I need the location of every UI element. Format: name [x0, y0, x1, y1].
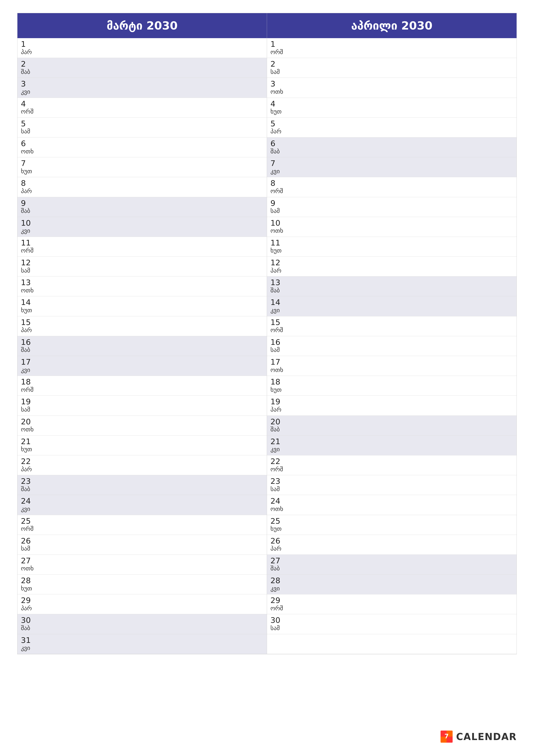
day-number: 30 — [21, 616, 263, 625]
day-number: 13 — [21, 278, 263, 287]
day-name: ოთხ — [21, 426, 263, 433]
day-name: შაბ — [21, 346, 263, 354]
day-name: შაბ — [270, 426, 513, 433]
day-name: სამ — [21, 128, 263, 135]
day-name: კვი — [270, 446, 513, 453]
day-cell-m0-d27: 28ხუთ — [17, 575, 267, 594]
day-number: 7 — [270, 159, 513, 168]
day-number: 30 — [270, 616, 513, 625]
day-number: 2 — [21, 60, 263, 68]
day-number: 20 — [270, 418, 513, 426]
day-number: 18 — [21, 378, 263, 386]
day-cell-m1-d21: 22ორშ — [267, 455, 517, 475]
day-number: 15 — [270, 318, 513, 327]
day-number: 22 — [21, 457, 263, 466]
svg-text:7: 7 — [445, 733, 449, 740]
day-name: ოთხ — [270, 88, 513, 95]
day-number: 1 — [21, 40, 263, 48]
day-cell-m1-d7: 8ორშ — [267, 177, 517, 197]
day-number: 27 — [21, 556, 263, 565]
day-name: ოთხ — [21, 287, 263, 294]
day-number: 14 — [270, 298, 513, 307]
day-number: 6 — [270, 139, 513, 148]
day-number: 4 — [270, 99, 513, 108]
day-cell-m1-d19: 20შაბ — [267, 416, 517, 436]
day-name: ორშ — [21, 386, 263, 393]
day-cell-m0-d5: 6ოთხ — [17, 138, 267, 157]
day-name: პარ — [21, 48, 263, 56]
day-cell-m0-d16: 17კვი — [17, 356, 267, 376]
day-number: 5 — [270, 120, 513, 128]
day-cell-m1-d20: 21კვი — [267, 436, 517, 455]
day-name: შაბ — [21, 207, 263, 215]
day-number: 20 — [21, 418, 263, 426]
day-cell-m1-d9: 10ოთხ — [267, 217, 517, 237]
day-name: კვი — [21, 505, 263, 513]
day-cell-m0-d2: 3კვი — [17, 78, 267, 97]
day-name: ოთხ — [270, 505, 513, 513]
day-number: 29 — [21, 596, 263, 605]
day-cell-m1-d29: 30სამ — [267, 614, 517, 634]
day-name: ორშ — [270, 605, 513, 612]
day-name: ხუთ — [270, 386, 513, 393]
day-name: კვი — [270, 168, 513, 175]
day-cell-m0-d25: 26სამ — [17, 535, 267, 555]
day-number: 6 — [21, 139, 263, 148]
day-name: ხუთ — [21, 585, 263, 592]
day-name: პარ — [21, 466, 263, 473]
day-cell-m1-d13: 14კვი — [267, 296, 517, 316]
day-number: 26 — [270, 537, 513, 545]
day-number: 13 — [270, 278, 513, 287]
day-cell-m0-d4: 5სამ — [17, 118, 267, 138]
day-cell-m1-d27: 28კვი — [267, 575, 517, 594]
day-number: 4 — [21, 99, 263, 108]
day-cell-m0-d24: 25ორშ — [17, 515, 267, 535]
day-cell-m1-d11: 12პარ — [267, 257, 517, 277]
day-number: 27 — [270, 556, 513, 565]
day-cell-m0-d1: 2შაბ — [17, 58, 267, 78]
day-number: 1 — [270, 40, 513, 48]
day-name: ორშ — [270, 327, 513, 334]
month-header-0: მარტი 2030 — [17, 13, 267, 38]
day-cell-m1-d8: 9სამ — [267, 197, 517, 217]
day-cell-m0-d6: 7ხუთ — [17, 157, 267, 177]
day-number: 29 — [270, 596, 513, 605]
day-cell-m0-d15: 16შაბ — [17, 336, 267, 356]
day-number: 9 — [21, 199, 263, 207]
brand-label: CALENDAR — [456, 731, 517, 742]
day-cell-m1-d4: 5პარ — [267, 118, 517, 138]
day-cell-m0-d10: 11ორშ — [17, 237, 267, 257]
day-name: სამ — [21, 545, 263, 552]
day-number: 28 — [21, 576, 263, 585]
day-name: ოთხ — [21, 148, 263, 155]
day-cell-m0-d0: 1პარ — [17, 38, 267, 58]
day-name: ხუთ — [270, 247, 513, 254]
day-cell-m1-d22: 23სამ — [267, 475, 517, 495]
day-name: სამ — [270, 207, 513, 215]
day-name: პარ — [270, 545, 513, 552]
day-cell-m0-d7: 8პარ — [17, 177, 267, 197]
day-cell-m1-d2: 3ოთხ — [267, 78, 517, 97]
day-name: სამ — [270, 625, 513, 632]
day-name: კვი — [21, 227, 263, 234]
day-name: კვი — [270, 585, 513, 592]
day-name: ოთხ — [270, 227, 513, 234]
day-name: ხუთ — [21, 307, 263, 314]
day-number: 17 — [270, 358, 513, 366]
day-name: ხუთ — [270, 525, 513, 532]
day-name: შაბ — [21, 68, 263, 76]
day-cell-m1-d28: 29ორშ — [267, 594, 517, 614]
day-number: 12 — [21, 258, 263, 267]
day-name: ხუთ — [21, 168, 263, 175]
day-name: ორშ — [21, 525, 263, 532]
day-cell-m0-d18: 19სამ — [17, 396, 267, 416]
day-name: შაბ — [270, 565, 513, 572]
day-number: 24 — [270, 497, 513, 505]
day-cell-m0-d28: 29პარ — [17, 594, 267, 614]
day-cell-m0-d17: 18ორშ — [17, 376, 267, 396]
day-name: სამ — [270, 346, 513, 354]
day-number: 10 — [21, 219, 263, 228]
day-name: კვი — [21, 644, 263, 652]
day-name: პარ — [270, 406, 513, 413]
day-number: 15 — [21, 318, 263, 327]
